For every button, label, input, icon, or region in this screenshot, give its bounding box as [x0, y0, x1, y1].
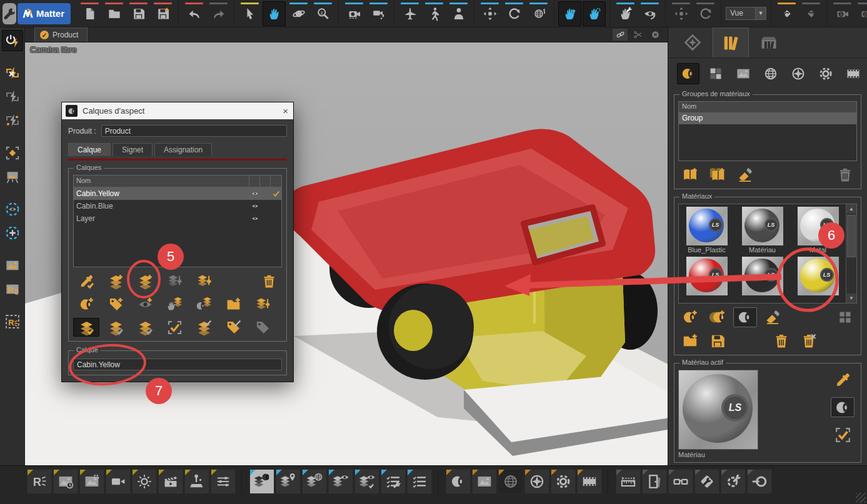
active-material-preview[interactable]: LS Matériau — [678, 370, 759, 458]
material-groups-header[interactable]: Nom — [679, 102, 856, 113]
scrollbar-thumb[interactable] — [847, 215, 856, 257]
duplicate-material-button[interactable] — [706, 307, 729, 327]
position-layers-button[interactable] — [276, 469, 301, 494]
camera-1-button[interactable]: 1 — [831, 1, 854, 26]
select-tool-button[interactable] — [238, 1, 261, 26]
settings-sliders-button[interactable] — [211, 469, 236, 494]
controller-button[interactable] — [184, 469, 209, 494]
extract-layer-button[interactable] — [161, 272, 188, 290]
orbit-add-button[interactable] — [2, 222, 23, 244]
delete-group-button[interactable] — [833, 165, 857, 185]
snapshot-batch-button[interactable] — [53, 469, 78, 494]
config-rules-button[interactable] — [381, 469, 406, 494]
render-image-button[interactable]: R — [2, 279, 23, 300]
translate-view-button[interactable] — [669, 1, 693, 26]
open-material-editor-button[interactable] — [831, 397, 854, 417]
tab-database[interactable] — [751, 27, 787, 57]
avatar-mode-button[interactable] — [447, 1, 470, 26]
layers-table-header[interactable]: Nom — [74, 175, 281, 187]
layer-lock-cell[interactable] — [260, 187, 271, 200]
layer-visibility-cell[interactable] — [249, 187, 260, 200]
product-field-input[interactable]: Product — [101, 125, 287, 137]
measure-button[interactable] — [616, 469, 641, 494]
grab-config-button[interactable] — [583, 1, 606, 26]
new-tag-layer-button[interactable] — [103, 295, 129, 314]
system-settings-button[interactable] — [721, 469, 746, 494]
material-thumbnail[interactable]: LS — [736, 257, 789, 303]
activate-layer-button[interactable] — [73, 318, 99, 337]
tab-configurations[interactable] — [674, 27, 711, 57]
dialog-tab-calque[interactable]: Calque — [68, 143, 111, 156]
exit-edit-button[interactable] — [642, 469, 667, 494]
pick-layer-button[interactable] — [73, 272, 99, 290]
cat-images[interactable] — [732, 63, 754, 84]
product-tab[interactable]: ✓ Product — [34, 27, 88, 42]
realtime-render-toggle[interactable] — [2, 30, 23, 51]
layer-active-cell[interactable] — [271, 187, 281, 200]
cat-textures[interactable] — [704, 63, 727, 84]
material-thumbnail[interactable]: LSMatériau — [736, 207, 789, 257]
reorder-layer-button[interactable] — [191, 272, 217, 290]
layer-lock-cell[interactable] — [260, 212, 271, 225]
layer-visibility-cell[interactable] — [249, 200, 260, 212]
camera-orbit-button[interactable] — [367, 1, 390, 26]
rotate-world-button[interactable] — [527, 1, 550, 26]
settings-wrench-button[interactable] — [3, 3, 16, 24]
previous-view-button[interactable] — [775, 1, 798, 26]
delete-material-button[interactable] — [769, 331, 793, 351]
new-material-layer-button[interactable] — [73, 295, 99, 314]
layer-active-cell[interactable] — [271, 200, 281, 212]
new-material-button[interactable] — [678, 307, 702, 327]
rename-material-button[interactable] — [761, 307, 784, 327]
tag-button[interactable] — [249, 318, 276, 337]
camera-capture-button[interactable] — [343, 1, 366, 26]
advanced-settings-button[interactable] — [551, 469, 576, 494]
add-layer-button[interactable] — [132, 272, 158, 290]
rotate-object-button[interactable] — [503, 1, 526, 26]
cat-materials[interactable] — [677, 63, 699, 84]
assign-material-layer-button[interactable] — [191, 295, 217, 314]
cat-videos[interactable] — [842, 63, 864, 84]
render-button[interactable]: R — [27, 469, 52, 494]
config-list-button[interactable] — [407, 469, 432, 494]
tools-button[interactable] — [694, 469, 719, 494]
render-frame-button[interactable] — [2, 86, 23, 107]
fly-mode-button[interactable] — [398, 1, 421, 26]
cat-environments[interactable] — [759, 63, 782, 84]
matter-brand-logo[interactable]: Matter — [18, 3, 71, 24]
rename-group-button[interactable] — [733, 165, 757, 185]
import-material-button[interactable] — [678, 331, 702, 351]
pan-tool-button[interactable] — [263, 1, 286, 26]
layer-folder-button[interactable] — [220, 295, 246, 314]
zoom-tool-button[interactable]: ± — [311, 1, 334, 26]
visibility-layers-button[interactable] — [328, 469, 353, 494]
edit-material-button[interactable] — [733, 307, 757, 327]
activate-lower-layers-button[interactable] — [132, 318, 158, 337]
layer-row[interactable]: Layer — [74, 212, 281, 225]
material-thumbnail[interactable]: LSBlue_Plastic — [680, 207, 733, 257]
layer-lock-cell[interactable] — [260, 200, 271, 212]
stereo-button[interactable] — [668, 469, 693, 494]
hand-tools-button[interactable] — [614, 1, 637, 26]
add-layer-top-button[interactable] — [103, 272, 129, 290]
orbit-tool-button[interactable] — [287, 1, 310, 26]
overlay-layers-button[interactable] — [354, 469, 379, 494]
new-file-button[interactable] — [78, 1, 101, 26]
thumbnail-view-button[interactable] — [833, 307, 857, 327]
save-as-button[interactable] — [151, 1, 174, 26]
layer-name-input[interactable]: Cabin.Yellow — [73, 358, 282, 370]
compass-button[interactable] — [524, 469, 549, 494]
layer-row[interactable]: Cabin.Yellow — [74, 187, 281, 200]
rotate-view-button[interactable] — [694, 1, 717, 26]
material-thumbnail[interactable]: LS — [791, 257, 844, 303]
pick-active-material-button[interactable] — [831, 370, 854, 390]
environment-layers-button[interactable] — [302, 469, 327, 494]
snapshot-button[interactable] — [2, 255, 23, 276]
apply-active-material-button[interactable] — [831, 425, 854, 445]
environment-button[interactable] — [498, 469, 523, 494]
partial-activation-button[interactable] — [161, 318, 188, 337]
render-cancel-button[interactable] — [2, 62, 23, 84]
presentation-button[interactable] — [2, 166, 23, 187]
duplicate-group-button[interactable] — [706, 165, 729, 185]
tab-libraries[interactable] — [713, 27, 749, 57]
